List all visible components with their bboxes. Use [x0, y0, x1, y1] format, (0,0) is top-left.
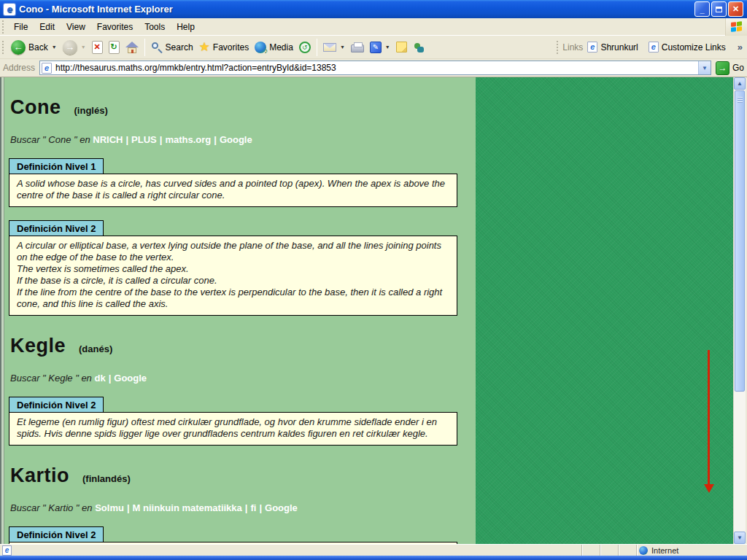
discuss-button[interactable] [393, 40, 410, 54]
go-button[interactable]: → Go [716, 61, 744, 75]
search-link-plus[interactable]: PLUS [131, 134, 157, 145]
search-line: Buscar " Cone " en NRICH|PLUS|maths.org|… [10, 134, 476, 145]
address-field[interactable]: e ▼ [39, 61, 711, 75]
restore-button[interactable] [711, 1, 727, 17]
search-separator: | [256, 502, 265, 513]
menu-item-file[interactable]: File [8, 20, 34, 34]
title-bar: e Cono - Microsoft Internet Explorer _ ✕ [0, 0, 747, 18]
search-link-google[interactable]: Google [220, 134, 252, 145]
menu-item-tools[interactable]: Tools [139, 20, 171, 34]
history-button[interactable]: ↺ [296, 40, 314, 55]
links-bar-item[interactable]: eShrunkurl [587, 42, 638, 52]
menu-item-help[interactable]: Help [171, 20, 201, 34]
menu-item-edit[interactable]: Edit [34, 20, 61, 34]
back-dropdown-icon[interactable]: ▼ [52, 44, 57, 50]
favorites-button[interactable]: ★ Favorites [196, 39, 252, 55]
close-button[interactable]: ✕ [728, 1, 743, 17]
discuss-note-icon [396, 42, 407, 52]
restore-icon [716, 7, 722, 12]
go-arrow-icon: → [716, 61, 729, 75]
edit-icon: ✎ [370, 42, 382, 53]
definition-text-line: The vertex is sometimes called the apex. [17, 263, 449, 275]
browser-window: e Cono - Microsoft Internet Explorer _ ✕… [0, 0, 747, 560]
search-prefix: Buscar " Kartio " en [10, 502, 95, 513]
home-button[interactable] [123, 39, 142, 55]
search-separator: | [123, 134, 131, 145]
media-button[interactable]: ♪ Media [252, 40, 296, 55]
edit-dropdown-icon[interactable]: ▼ [385, 44, 390, 50]
status-bar: e Internet [0, 544, 747, 556]
links-label: Links [562, 42, 583, 52]
search-line: Buscar " Kartio " en Solmu|M niinkuin ma… [10, 502, 476, 513]
browser-viewport: Cone(inglés)Buscar " Cone " en NRICH|PLU… [0, 77, 747, 544]
mail-dropdown-icon[interactable]: ▼ [340, 44, 345, 50]
minimize-button[interactable]: _ [694, 1, 710, 17]
term-language: (danés) [79, 343, 112, 354]
term-heading: Cone(inglés) [10, 96, 476, 119]
search-link-maths-org[interactable]: maths.org [165, 134, 211, 145]
definition-text-line: A circular or elliptical base, a vertex … [17, 240, 449, 263]
refresh-button[interactable]: ↻ [106, 39, 123, 55]
taskbar-edge [0, 556, 747, 560]
search-link-google[interactable]: Google [114, 373, 147, 384]
entry-section-kartio: Kartio(finlandés)Buscar " Kartio " en So… [4, 464, 476, 544]
definition-box: Et legeme (en rumlig figur) oftest med c… [9, 412, 457, 446]
search-link-solmu[interactable]: Solmu [95, 502, 124, 513]
stop-icon: ✕ [92, 41, 103, 54]
search-link-nrich[interactable]: NRICH [93, 134, 123, 145]
search-line: Buscar " Kegle " en dk|Google [10, 373, 476, 384]
status-pane [581, 545, 600, 556]
toolbar-grip[interactable] [2, 41, 6, 54]
link-page-icon: e [587, 42, 597, 52]
definition-level-tab: Definición Nivel 2 [9, 397, 104, 412]
internet-zone-label: Internet [651, 546, 678, 555]
search-separator: | [242, 502, 251, 513]
security-zone-pane: Internet [636, 545, 747, 556]
menu-items: FileEditViewFavoritesToolsHelp [8, 20, 201, 34]
forward-dropdown-icon[interactable]: ▼ [81, 44, 86, 50]
links-bar-item[interactable]: eCustomize Links [649, 42, 726, 52]
term-language: (inglés) [74, 105, 108, 116]
messenger-button[interactable] [410, 40, 427, 55]
toolbar-grip[interactable] [2, 20, 6, 34]
mail-button[interactable]: ▼ [320, 42, 348, 53]
search-separator: | [124, 502, 133, 513]
search-prefix: Buscar " Cone " en [10, 134, 93, 145]
forward-button[interactable]: → ▼ [60, 39, 89, 56]
edit-button[interactable]: ✎ ▼ [367, 40, 393, 55]
print-button[interactable] [348, 40, 367, 54]
term-heading: Kegle(danés) [10, 335, 476, 357]
scroll-up-button[interactable]: ▲ [734, 77, 746, 90]
vertical-scrollbar[interactable]: ▲ ▼ [733, 77, 746, 544]
link-item-label: Customize Links [662, 42, 726, 52]
address-dropdown-icon[interactable]: ▼ [698, 61, 711, 74]
scroll-down-button[interactable]: ▼ [734, 532, 746, 544]
search-label: Search [166, 42, 193, 52]
search-link-m-niinkuin-matematiikka[interactable]: M niinkuin matematiikka [133, 502, 242, 513]
search-icon [151, 42, 163, 53]
media-globe-icon: ♪ [255, 42, 266, 53]
url-input[interactable] [55, 63, 698, 73]
term-language: (finlandés) [82, 473, 131, 484]
window-controls: _ ✕ [694, 1, 743, 17]
favorites-star-icon: ★ [199, 41, 210, 53]
menu-bar: FileEditViewFavoritesToolsHelp [0, 18, 747, 36]
search-separator: | [106, 373, 115, 384]
windows-flag-icon [731, 21, 743, 33]
window-title: Cono - Microsoft Internet Explorer [19, 4, 694, 15]
toolbar-grip[interactable] [557, 41, 560, 54]
search-button[interactable]: Search [148, 40, 196, 55]
menu-item-favorites[interactable]: Favorites [91, 20, 139, 34]
minimize-icon: _ [700, 6, 704, 14]
definition-level-tab: Definición Nivel 2 [9, 220, 104, 236]
menu-item-view[interactable]: View [61, 20, 91, 34]
search-link-google[interactable]: Google [265, 502, 298, 513]
scrollbar-thumb[interactable] [735, 90, 745, 392]
chevron-more-icon[interactable]: » [736, 42, 747, 52]
search-link-dk[interactable]: dk [94, 373, 105, 384]
back-button[interactable]: ← Back ▼ [8, 39, 60, 56]
stop-button[interactable]: ✕ [89, 39, 106, 55]
scrollbar-track[interactable] [734, 392, 746, 531]
address-bar: Address e ▼ → Go [0, 59, 747, 77]
history-icon: ↺ [299, 42, 311, 53]
